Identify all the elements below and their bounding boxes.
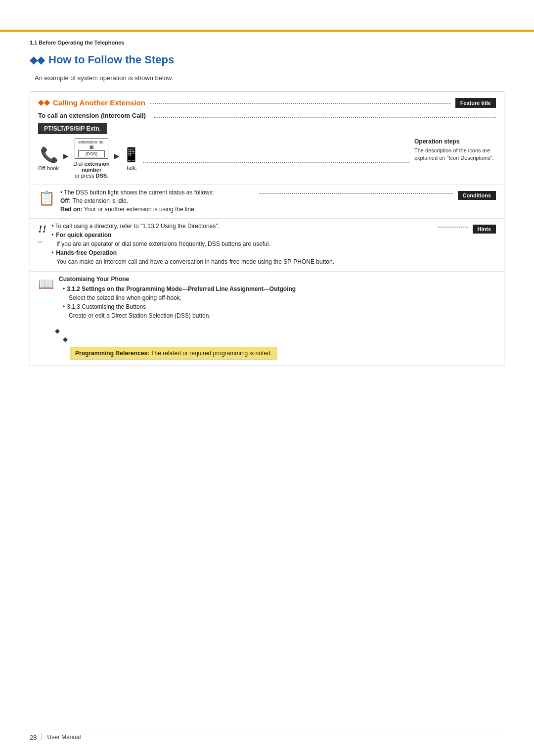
conditions-content: • The DSS button light shows the current… (60, 189, 254, 214)
hints-item-1-desc: If you are an operator or dial some exte… (56, 240, 433, 247)
step2-label-line2: or press DSS. (75, 173, 108, 179)
customising-content: Customising Your Phone • 3.1.2 Settings … (59, 276, 496, 321)
custom-item-0-text: 3.1.2 Settings on the Programming Mode—P… (67, 285, 296, 292)
arrow-icon-1: ▶ (63, 152, 69, 160)
customising-icon: 📖 (38, 277, 54, 292)
customising-item-0: • 3.1.2 Settings on the Programming Mode… (63, 285, 496, 292)
operation-label-title: Operation steps (414, 138, 496, 145)
dots-line-feature (150, 103, 450, 104)
prog-ref-wrapper: Programming References: The related or r… (70, 345, 496, 360)
phone-offhook-icon: 📞 (40, 146, 58, 163)
example-box: ◆◆ Calling Another Extension Feature tit… (30, 92, 504, 366)
conditions-label-box: Conditions (458, 191, 496, 200)
hints-content: • To call using a directory, refer to "1… (51, 223, 433, 267)
step2-icon-area: extension no. ▦ (DSS) Dial extension num… (72, 138, 111, 179)
prog-ref-text: Programming References: The related or r… (75, 350, 272, 357)
sub-section: To call an extension (Intercom Call) (30, 108, 504, 119)
customising-title: Customising Your Phone (59, 276, 496, 283)
diamond-icon: ◆◆ (30, 54, 44, 66)
sub-dots (154, 117, 496, 118)
prog-arrow-row-2: ◆ (63, 335, 496, 343)
operation-area: 📞 Off-hook. ▶ extension no. ▦ (DSS) (30, 138, 504, 185)
sub-title: To call an extension (Intercom Call) (38, 112, 496, 119)
custom-bullet-1: • (63, 303, 65, 310)
hints-item-0: • To call using a directory, refer to "1… (51, 223, 433, 230)
steps-visual: 📞 Off-hook. ▶ extension no. ▦ (DSS) (38, 138, 409, 179)
pt-bar-label: PT/SLT/PS/SIP Extn. (38, 123, 107, 134)
ext-label: extension no. (78, 140, 105, 144)
conditions-dots (259, 193, 453, 194)
feature-title-row: ◆◆ Calling Another Extension Feature tit… (30, 92, 504, 108)
hints-item-2-desc: You can make an intercom call and have a… (56, 258, 433, 265)
hints-section: !!•• • To call using a directory, refer … (30, 218, 504, 271)
prog-arrow-row: ◆ (55, 327, 496, 334)
operation-label-box: Operation steps The description of the i… (414, 138, 496, 162)
conditions-section: 📋 • The DSS button light shows the curre… (30, 185, 504, 218)
prog-arrow-icon-2: ◆ (63, 335, 68, 343)
arrow-icon-2: ▶ (114, 152, 120, 160)
main-title-text: How to Follow the Steps (48, 53, 174, 66)
step1-icon-area: 📞 Off-hook. (38, 146, 60, 171)
conditions-item-0: • The DSS button light shows the current… (60, 189, 254, 196)
content-area: 1.1 Before Operating the Telephones ◆◆ H… (0, 0, 534, 411)
footer-divider (42, 733, 42, 741)
page-footer: 28 User Manual (30, 729, 504, 741)
step2-label-line1: Dial extension number (73, 161, 109, 173)
footer-label: User Manual (47, 734, 81, 741)
dss-box: (DSS) (78, 150, 105, 157)
step2-label: Dial extension number or press DSS. (72, 161, 111, 179)
sub-title-text: To call an extension (Intercom Call) (38, 112, 146, 119)
feature-title-label-box: Feature title (455, 98, 496, 108)
hints-icon: !!•• (38, 224, 46, 245)
step1-label: Off-hook. (38, 165, 60, 171)
feature-title: ◆◆ Calling Another Extension (38, 98, 145, 107)
feature-title-text-label: Calling Another Extension (53, 98, 145, 107)
intro-text: An example of system operation is shown … (35, 74, 504, 82)
main-title: ◆◆ How to Follow the Steps (30, 53, 504, 66)
prog-ref-box: Programming References: The related or r… (70, 347, 277, 360)
pt-bar: PT/SLT/PS/SIP Extn. (30, 119, 504, 138)
customising-item-1-sub: Create or edit a Direct Station Selectio… (69, 312, 496, 319)
customising-item-1: • 3.1.3 Customising the Buttons (63, 303, 496, 310)
page-container: 1.1 Before Operating the Telephones ◆◆ H… (0, 0, 534, 756)
hints-item-1: • For quick operation (51, 232, 433, 238)
hints-item-2: • Hands-free Operation (51, 249, 433, 256)
hints-label-box: Hints (473, 225, 496, 234)
operation-label-desc: The description of the icons are explain… (414, 147, 496, 162)
conditions-icon: 📋 (38, 190, 55, 206)
conditions-item-2: Red on: Your or another extension is usi… (60, 206, 254, 213)
prog-ref-area: ◆ ◆ Programming References: The related … (30, 325, 504, 366)
prog-arrow-icon-1: ◆ (55, 327, 60, 334)
dots-separator-ops (143, 162, 409, 163)
hints-dots (438, 227, 468, 228)
extension-box: extension no. ▦ (DSS) (75, 138, 108, 159)
customising-item-0-sub: Select the seized line when going off-ho… (69, 294, 496, 301)
talk-icon: 📱 (123, 146, 140, 163)
footer-page-number: 28 (30, 734, 37, 741)
custom-bullet-0: • (63, 285, 65, 292)
conditions-item-1: Off: The extension is idle. (60, 197, 254, 204)
ext-display-icon: ▦ (89, 144, 94, 149)
step3-icon-area: 📱 Talk. (123, 146, 140, 171)
ext-display: ▦ (78, 144, 105, 149)
feature-diamond-icon: ◆◆ (38, 98, 50, 107)
top-rule (0, 30, 534, 32)
custom-item-1-text: 3.1.3 Customising the Buttons (67, 303, 146, 310)
section-header: 1.1 Before Operating the Telephones (30, 40, 504, 46)
step3-label: Talk. (126, 165, 137, 171)
customising-section: 📖 Customising Your Phone • 3.1.2 Setting… (30, 271, 504, 325)
